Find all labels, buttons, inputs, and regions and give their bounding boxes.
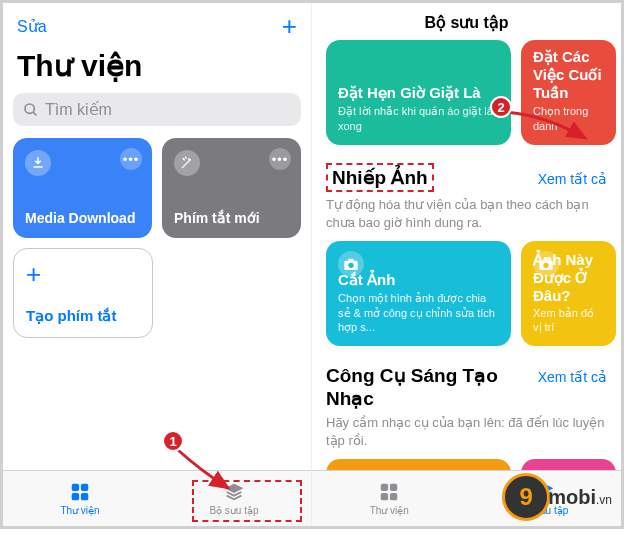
watermark-text: mobi.vn <box>548 486 612 509</box>
svg-line-1 <box>33 112 36 115</box>
see-all-link[interactable]: Xem tất cả <box>538 171 607 187</box>
section-description: Tự động hóa thư viện của bạn theo cách b… <box>326 196 621 231</box>
section-description: Hãy cầm nhạc cụ của bạn lên: đã đến lúc … <box>326 414 621 449</box>
shortcut-cards-row: ••• Media Download ••• Phím tắt mới <box>3 138 311 238</box>
tab-label: Thư viện <box>370 505 409 516</box>
annotation-badge-2: 2 <box>490 96 512 118</box>
card-subtitle: Đặt lời nhắc khi quần áo giặt là xong <box>338 104 499 133</box>
svg-rect-15 <box>390 493 397 500</box>
card-title: Đặt Hẹn Giờ Giặt Là <box>338 84 499 102</box>
card-new-shortcut[interactable]: ••• Phím tắt mới <box>162 138 301 238</box>
svg-rect-4 <box>72 493 79 500</box>
card-subtitle: Chọn một hình ảnh được chia sẻ & mở công… <box>338 291 499 334</box>
svg-rect-8 <box>348 259 353 262</box>
gallery-row: Đặt Hẹn Giờ Giặt Là Đặt lời nhắc khi quầ… <box>326 40 621 145</box>
section-header-music: Công Cụ Sáng Tạo Nhạc Xem tất cả <box>326 364 621 410</box>
svg-rect-13 <box>390 484 397 491</box>
see-all-link[interactable]: Xem tất cả <box>538 369 607 385</box>
section-title: Nhiếp Ảnh <box>332 167 428 188</box>
annotation-badge-1: 1 <box>162 430 184 452</box>
edit-button[interactable]: Sửa <box>17 17 47 36</box>
tab-library[interactable]: Thư viện <box>3 471 157 526</box>
camera-icon <box>338 251 364 277</box>
watermark: 9 mobi.vn <box>502 473 612 521</box>
tab-library[interactable]: Thư viện <box>312 471 467 526</box>
header-title: Bộ sưu tập <box>312 3 621 40</box>
gallery-scroll[interactable]: Đặt Hẹn Giờ Giặt Là Đặt lời nhắc khi quầ… <box>312 40 621 470</box>
download-icon <box>25 150 51 176</box>
grid-icon <box>68 481 92 503</box>
section-title: Công Cụ Sáng Tạo Nhạc <box>326 364 530 410</box>
screen-gallery: Bộ sưu tập Đặt Hẹn Giờ Giặt Là Đặt lời n… <box>312 3 621 526</box>
card-save-song[interactable]: Lưu Bài Hát <box>521 459 616 470</box>
search-icon <box>23 102 39 118</box>
svg-rect-14 <box>381 493 388 500</box>
card-label: Media Download <box>25 210 140 226</box>
create-shortcut-card[interactable]: + Tạo phím tắt <box>13 248 153 338</box>
svg-rect-11 <box>543 259 548 262</box>
card-laundry-timer[interactable]: Đặt Hẹn Giờ Giặt Là Đặt lời nhắc khi quầ… <box>326 40 511 145</box>
card-crop-image[interactable]: Cắt Ảnh Chọn một hình ảnh được chia sẻ &… <box>326 241 511 346</box>
top-bar: Sửa + <box>3 3 311 46</box>
svg-rect-3 <box>81 484 88 491</box>
grid-icon <box>377 481 401 503</box>
svg-rect-5 <box>81 493 88 500</box>
page-title: Thư viện <box>3 46 311 93</box>
card-photo-location[interactable]: Ảnh Này Được Ở Đâu? Xem bản đồ vị trí <box>521 241 616 346</box>
tab-gallery[interactable]: Bộ sưu tập <box>157 471 311 526</box>
card-subtitle: Chọn trong danh <box>533 104 604 133</box>
tab-bar: Thư viện Bộ sưu tập <box>3 470 311 526</box>
create-label: Tạo phím tắt <box>26 307 140 325</box>
card-title: Đặt Các Việc Cuối Tuần <box>533 48 604 102</box>
svg-rect-2 <box>72 484 79 491</box>
section-header-photography: Nhiếp Ảnh Xem tất cả <box>326 163 621 192</box>
search-input[interactable]: Tìm kiếm <box>13 93 301 126</box>
card-label: Phím tắt mới <box>174 210 289 226</box>
tab-label: Thư viện <box>60 505 99 516</box>
more-icon[interactable]: ••• <box>269 148 291 170</box>
card-weekend-tasks[interactable]: Đặt Các Việc Cuối Tuần Chọn trong danh <box>521 40 616 145</box>
svg-point-10 <box>543 263 548 268</box>
camera-icon <box>533 251 559 277</box>
gallery-row: Tìm Bản Hợp Âm Guit Lưu Bài Hát <box>326 459 621 470</box>
svg-point-7 <box>348 263 353 268</box>
more-icon[interactable]: ••• <box>120 148 142 170</box>
gallery-row: Cắt Ảnh Chọn một hình ảnh được chia sẻ &… <box>326 241 621 346</box>
plus-icon: + <box>26 261 140 287</box>
card-media-download[interactable]: ••• Media Download <box>13 138 152 238</box>
card-guitar-chords[interactable]: Tìm Bản Hợp Âm Guit <box>326 459 511 470</box>
stack-icon <box>222 481 246 503</box>
wand-icon <box>174 150 200 176</box>
watermark-logo: 9 <box>502 473 550 521</box>
svg-point-0 <box>25 104 34 113</box>
svg-rect-12 <box>381 484 388 491</box>
tab-label: Bộ sưu tập <box>209 505 258 516</box>
add-button[interactable]: + <box>282 11 297 42</box>
highlight-annotation: Nhiếp Ảnh <box>326 163 434 192</box>
screen-library: Sửa + Thư viện Tìm kiếm ••• Media Downlo… <box>3 3 312 526</box>
card-subtitle: Xem bản đồ vị trí <box>533 306 604 335</box>
card-title: Cắt Ảnh <box>338 271 499 289</box>
search-placeholder: Tìm kiếm <box>45 100 112 119</box>
